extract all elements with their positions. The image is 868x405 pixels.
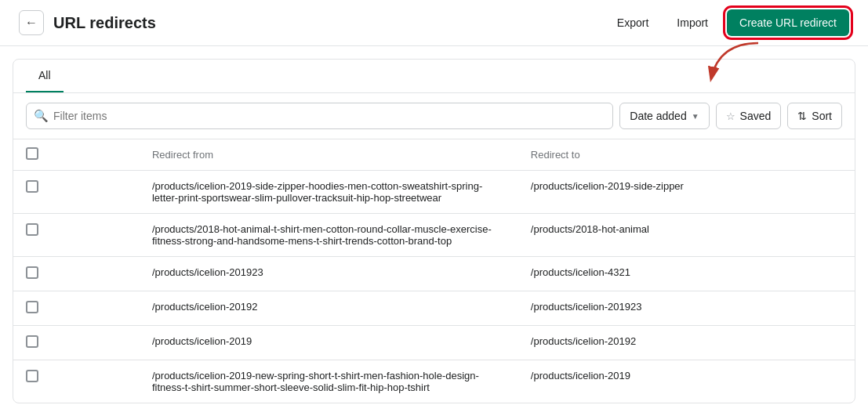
row-checkbox-cell-1 [13,214,140,257]
row-checkbox-2[interactable] [26,266,38,279]
import-button[interactable]: Import [667,10,717,35]
page-title: URL redirects [53,14,598,32]
row-checkbox-cell-4 [13,326,140,360]
row-to-5: /products/icelion-2019 [518,360,855,403]
row-to-1: /products/2018-hot-animal [518,214,855,257]
table-row: /products/icelion-2019-new-spring-short-… [13,360,855,403]
tab-all[interactable]: All [26,60,64,92]
row-from-3: /products/icelion-20192 [140,291,518,326]
row-checkbox-cell-5 [13,360,140,403]
table-row: /products/icelion-20192 /products/icelio… [13,291,855,326]
row-checkbox-1[interactable] [26,223,38,236]
back-icon: ← [25,16,38,30]
row-checkbox-5[interactable] [26,370,38,382]
saved-filter-button[interactable]: ☆ Saved [716,103,782,129]
row-to-0: /products/icelion-2019-side-zipper [518,171,855,214]
search-input[interactable] [26,103,613,129]
header-actions: Export Import Create URL redirect [608,9,849,36]
col-header-from: Redirect from [140,139,518,171]
table-body: /products/icelion-2019-side-zipper-hoodi… [13,171,855,403]
table-row: /products/icelion-2019 /products/icelion… [13,326,855,360]
select-all-checkbox[interactable] [26,147,38,160]
table-row: /products/icelion-201923 /products/iceli… [13,257,855,291]
row-to-2: /products/icelion-4321 [518,257,855,291]
page-header: ← URL redirects Export Import Create URL… [0,0,868,46]
tabs-bar: All [13,60,855,93]
sort-icon: ⇅ [797,110,807,122]
search-icon: 🔍 [34,109,49,123]
table-row: /products/2018-hot-animal-t-shirt-men-co… [13,214,855,257]
table-row: /products/icelion-2019-side-zipper-hoodi… [13,171,855,214]
sort-button[interactable]: ⇅ Sort [787,103,842,129]
row-from-4: /products/icelion-2019 [140,326,518,360]
chevron-down-icon: ▼ [692,112,699,121]
col-header-to: Redirect to [518,139,855,171]
row-from-1: /products/2018-hot-animal-t-shirt-men-co… [140,214,518,257]
row-checkbox-4[interactable] [26,335,38,348]
date-added-label: Date added [630,110,686,122]
row-checkbox-cell-3 [13,291,140,326]
select-all-checkbox-cell [13,139,140,171]
export-button[interactable]: Export [608,10,658,35]
main-content: All 🔍 Date added ▼ ☆ Saved ⇅ Sort [13,59,855,403]
search-wrapper: 🔍 [26,103,613,129]
row-checkbox-0[interactable] [26,180,38,193]
table-header-row: Redirect from Redirect to [13,139,855,171]
row-from-2: /products/icelion-201923 [140,257,518,291]
create-url-redirect-button[interactable]: Create URL redirect [727,9,849,36]
row-checkbox-3[interactable] [26,301,38,313]
back-button[interactable]: ← [19,10,44,35]
saved-label: Saved [740,110,772,122]
toolbar: 🔍 Date added ▼ ☆ Saved ⇅ Sort [13,93,855,139]
row-to-4: /products/icelion-20192 [518,326,855,360]
row-from-5: /products/icelion-2019-new-spring-short-… [140,360,518,403]
sort-label: Sort [812,110,832,122]
date-added-filter-button[interactable]: Date added ▼ [619,103,709,129]
row-checkbox-cell-2 [13,257,140,291]
row-to-3: /products/icelion-201923 [518,291,855,326]
star-icon: ☆ [726,110,735,122]
redirects-table: Redirect from Redirect to /products/icel… [13,139,855,403]
row-checkbox-cell-0 [13,171,140,214]
row-from-0: /products/icelion-2019-side-zipper-hoodi… [140,171,518,214]
